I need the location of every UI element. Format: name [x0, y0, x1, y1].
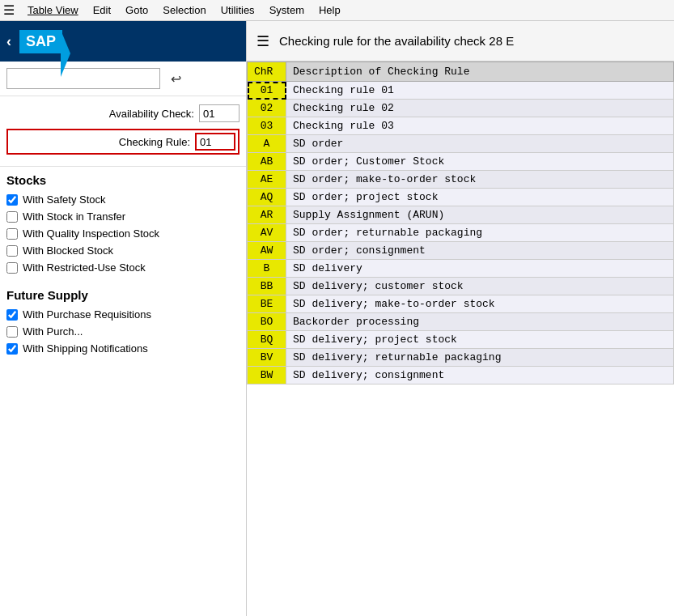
table-row[interactable]: 01Checking rule 01	[248, 82, 674, 100]
checkbox-safety-stock[interactable]	[6, 194, 18, 206]
cell-chr-2: 03	[248, 117, 286, 135]
cell-chr-7: AR	[248, 206, 286, 224]
back-button[interactable]: ‹	[6, 33, 11, 50]
cell-desc-1: Checking rule 02	[286, 100, 674, 117]
table-row[interactable]: AVSD order; returnable packaging	[248, 224, 674, 242]
cell-chr-11: BB	[248, 278, 286, 295]
table-row[interactable]: ARSupply Assignment (ARUN)	[248, 206, 674, 224]
table-row[interactable]: 02Checking rule 02	[248, 100, 674, 117]
cell-desc-12: SD delivery; make-to-order stock	[286, 295, 674, 313]
left-panel: ‹ SAP ↩ Availability Check: Checking Rul…	[0, 21, 247, 616]
menu-system[interactable]: System	[268, 4, 306, 16]
table-row[interactable]: BWSD delivery; consignment	[248, 367, 674, 384]
cell-chr-16: BW	[248, 367, 286, 384]
checkbox-label-restricted-use: With Restricted-Use Stock	[23, 261, 146, 274]
future-supply-title: Future Supply	[6, 288, 240, 302]
cell-chr-12: BE	[248, 295, 286, 313]
cell-desc-5: SD order; make-to-order stock	[286, 171, 674, 189]
availability-check-row: Availability Check:	[6, 104, 240, 122]
cell-desc-6: SD order; project stock	[286, 189, 674, 206]
cell-desc-10: SD delivery	[286, 260, 674, 278]
cell-desc-0: Checking rule 01	[286, 82, 674, 100]
stocks-title: Stocks	[6, 173, 240, 187]
cell-chr-6: AQ	[248, 189, 286, 206]
future-checkboxes: With Purchase RequisitionsWith Purch...W…	[6, 308, 240, 355]
hamburger-icon[interactable]: ☰	[3, 2, 15, 18]
cell-chr-15: BV	[248, 349, 286, 367]
checkbox-with-purch[interactable]	[6, 326, 18, 338]
checkbox-shipping-notif[interactable]	[6, 343, 18, 355]
checkbox-purchase-req[interactable]	[6, 309, 18, 321]
menu-bar: ☰ Table View Edit Goto Selection Utiliti…	[0, 0, 674, 21]
table-row[interactable]: AESD order; make-to-order stock	[248, 171, 674, 189]
col-header-chr: ChR	[248, 62, 286, 82]
menu-table-view[interactable]: Table View	[26, 4, 80, 16]
menu-edit[interactable]: Edit	[91, 4, 112, 16]
table-row[interactable]: ABSD order; Customer Stock	[248, 153, 674, 171]
cell-desc-3: SD order	[286, 135, 674, 153]
checkbox-label-quality-inspection: With Quality Inspection Stock	[23, 227, 159, 240]
cell-desc-11: SD delivery; customer stock	[286, 278, 674, 295]
right-header: ☰ Checking rule for the availability che…	[247, 21, 674, 62]
cell-chr-14: BQ	[248, 331, 286, 349]
table-row[interactable]: AQSD order; project stock	[248, 189, 674, 206]
checkbox-stock-transfer[interactable]	[6, 211, 18, 223]
cell-desc-4: SD order; Customer Stock	[286, 153, 674, 171]
checkbox-row-restricted-use: With Restricted-Use Stock	[6, 261, 240, 274]
form-area: Availability Check: Checking Rule:	[0, 96, 246, 167]
cell-desc-9: SD order; consignment	[286, 242, 674, 260]
table-row[interactable]: BBSD delivery; customer stock	[248, 278, 674, 295]
checkbox-label-blocked-stock: With Blocked Stock	[23, 244, 113, 257]
dropdown-select[interactable]	[6, 68, 160, 89]
checking-rule-input[interactable]	[195, 133, 235, 151]
col-header-desc: Description of Checking Rule	[286, 62, 674, 82]
cell-chr-13: BO	[248, 313, 286, 331]
checkbox-row-purchase-req: With Purchase Requisitions	[6, 308, 240, 321]
table-row[interactable]: BESD delivery; make-to-order stock	[248, 295, 674, 313]
menu-help[interactable]: Help	[317, 4, 342, 16]
checkbox-quality-inspection[interactable]	[6, 228, 18, 240]
table-body: 01Checking rule 0102Checking rule 0203Ch…	[248, 82, 674, 384]
cell-chr-1: 02	[248, 100, 286, 117]
right-panel: ☰ Checking rule for the availability che…	[247, 21, 674, 616]
table-row[interactable]: BQSD delivery; project stock	[248, 331, 674, 349]
checkbox-label-shipping-notif: With Shipping Notifications	[23, 342, 148, 355]
table-row[interactable]: BOBackorder processing	[248, 313, 674, 331]
cell-desc-7: Supply Assignment (ARUN)	[286, 206, 674, 224]
cell-chr-4: AB	[248, 153, 286, 171]
cell-desc-16: SD delivery; consignment	[286, 367, 674, 384]
menu-utilities[interactable]: Utilities	[219, 4, 256, 16]
checkbox-row-blocked-stock: With Blocked Stock	[6, 244, 240, 257]
cell-chr-10: B	[248, 260, 286, 278]
menu-selection[interactable]: Selection	[161, 4, 207, 16]
future-supply-section: Future Supply With Purchase Requisitions…	[0, 282, 246, 363]
menu-goto[interactable]: Goto	[124, 4, 150, 16]
checkbox-row-safety-stock: With Safety Stock	[6, 193, 240, 206]
right-hamburger-icon[interactable]: ☰	[256, 32, 269, 50]
main-layout: ‹ SAP ↩ Availability Check: Checking Rul…	[0, 21, 674, 616]
availability-check-label: Availability Check:	[109, 108, 194, 120]
table-area[interactable]: ChR Description of Checking Rule 01Check…	[247, 62, 674, 616]
sap-logo: SAP	[19, 30, 62, 53]
checkbox-label-safety-stock: With Safety Stock	[23, 193, 106, 206]
doc-icon[interactable]: ↩	[165, 68, 186, 89]
checkbox-blocked-stock[interactable]	[6, 245, 18, 257]
table-row[interactable]: ASD order	[248, 135, 674, 153]
table-row[interactable]: BSD delivery	[248, 260, 674, 278]
table-row[interactable]: AWSD order; consignment	[248, 242, 674, 260]
cell-desc-8: SD order; returnable packaging	[286, 224, 674, 242]
cell-desc-13: Backorder processing	[286, 313, 674, 331]
checkbox-label-stock-transfer: With Stock in Transfer	[23, 210, 125, 223]
cell-chr-9: AW	[248, 242, 286, 260]
cell-desc-14: SD delivery; project stock	[286, 331, 674, 349]
checkbox-row-with-purch: With Purch...	[6, 325, 240, 338]
cell-chr-3: A	[248, 135, 286, 153]
checkbox-restricted-use[interactable]	[6, 262, 18, 274]
cell-chr-5: AE	[248, 171, 286, 189]
table-row[interactable]: BVSD delivery; returnable packaging	[248, 349, 674, 367]
cell-desc-2: Checking rule 03	[286, 117, 674, 135]
availability-check-input[interactable]	[199, 104, 240, 122]
checking-rule-row: Checking Rule:	[6, 129, 240, 155]
table-row[interactable]: 03Checking rule 03	[248, 117, 674, 135]
checking-rule-table: ChR Description of Checking Rule 01Check…	[247, 62, 674, 384]
